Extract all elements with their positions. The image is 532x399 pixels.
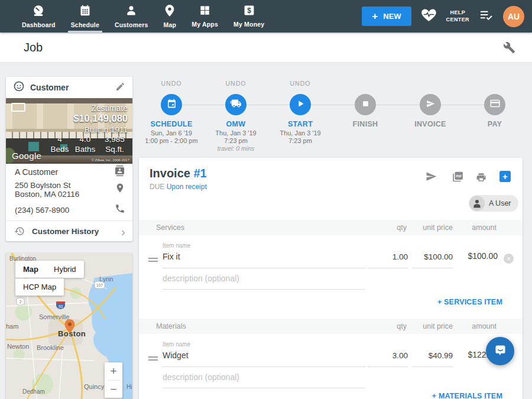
chat-launcher-button[interactable] (486, 337, 514, 365)
undo-link[interactable]: UNDO (267, 80, 333, 87)
service-qty-input[interactable]: 1.00 (372, 252, 408, 261)
nav-item-label: My Money (233, 21, 264, 28)
step-date: Thu, Jan 3 '19 (203, 129, 269, 137)
nav-item-customers[interactable]: Customers (107, 0, 156, 33)
material-qty-input[interactable]: 3.00 (372, 351, 408, 360)
send-invoice-icon[interactable] (424, 171, 438, 184)
service-description-input[interactable]: description (optional) (163, 274, 239, 283)
nav-item-label: Dashboard (22, 21, 56, 28)
step-time: 7:23 pm (203, 137, 269, 144)
step-label[interactable]: PAY (462, 120, 528, 128)
drag-handle-icon[interactable] (148, 353, 158, 364)
service-item-name-input[interactable]: Fix it (163, 252, 180, 261)
zestimate-value: $10,149,080 (73, 113, 128, 124)
credit-card-icon-circle[interactable] (484, 94, 505, 115)
finish-step-button[interactable] (355, 94, 376, 115)
contact-card-icon[interactable] (114, 166, 125, 179)
map-label-dedham: Dedham (22, 388, 45, 395)
undo-link[interactable]: UNDO (203, 80, 269, 87)
start-step-button[interactable] (290, 94, 311, 115)
material-description-input[interactable]: description (optional) (163, 372, 239, 382)
nav-items: Dashboard Schedule Customers Map My Apps… (0, 0, 272, 33)
job-settings-icon[interactable] (503, 41, 515, 56)
zoom-out-button[interactable]: − (105, 381, 122, 398)
undo-link[interactable]: UNDO (138, 80, 205, 87)
add-invoice-item-button[interactable]: + (499, 171, 511, 182)
map-label-brookline: Brookline (37, 344, 64, 351)
add-services-item-link[interactable]: + SERVICES ITEM (437, 298, 502, 306)
property-photo: Zestimate $10,149,080 Built in 1911 4 4.… (6, 98, 132, 164)
pdf-icon[interactable]: PDF (452, 171, 464, 185)
customer-card-title: Customer (30, 83, 110, 92)
materials-header: Materials (156, 322, 186, 330)
map-tab-hybrid[interactable]: Hybrid (46, 261, 84, 278)
map-tab-hcp[interactable]: HCP Map (15, 278, 64, 296)
map-label-lynn: Lynn (99, 275, 113, 283)
add-materials-item-link[interactable]: + MATERIALS ITEM (432, 392, 502, 399)
step-date: Thu, Jan 3 '19 (267, 129, 333, 137)
send-icon-circle[interactable] (420, 94, 441, 115)
step-time: 1:00 pm - 2:00 pm (138, 137, 205, 144)
zestimate-label: Zestimate (92, 103, 128, 113)
property-stats-labels: Beds Baths Sq.ft. (50, 145, 129, 154)
omw-step-button[interactable] (225, 94, 246, 115)
new-button-label: NEW (383, 12, 401, 21)
invoice-title-text: Invoice (150, 167, 190, 180)
step-label[interactable]: OMW (203, 120, 269, 128)
print-icon[interactable] (475, 172, 487, 185)
nav-item-my-money[interactable]: $ My Money (226, 0, 272, 33)
service-unit-price-input[interactable]: $100.00 (413, 252, 453, 261)
schedule-step-button[interactable] (161, 94, 182, 115)
customer-history-row[interactable]: Customer History › (6, 221, 132, 241)
user-avatar[interactable]: AU (503, 6, 524, 27)
nav-item-map[interactable]: Map (156, 0, 184, 33)
map-zoom-control: + − (105, 362, 122, 398)
plus-icon: + (372, 11, 378, 22)
checklist-icon[interactable] (479, 9, 493, 23)
workflow-step-pay: PAY (462, 77, 528, 155)
map-tab-map[interactable]: Map (15, 261, 46, 278)
sqft-value: 3,985 (100, 135, 129, 144)
customer-face-icon (13, 80, 25, 95)
zoom-in-button[interactable]: + (105, 362, 122, 380)
due-label: DUE (150, 183, 164, 191)
invoice-card: Invoice #1 DUE Upon receipt PDF + A User… (139, 158, 523, 399)
due-value-link[interactable]: Upon receipt (167, 183, 207, 191)
delete-service-item-button[interactable]: × (504, 254, 514, 264)
zillow-copyright: © Zillow, Inc. 2006-2017 (92, 158, 129, 162)
services-header: Services (156, 223, 184, 232)
beds-label: Beds (50, 145, 70, 154)
svg-text:$: $ (247, 7, 251, 15)
nav-item-dashboard[interactable]: Dashboard (14, 0, 63, 33)
assignee-pill[interactable]: A User (469, 195, 518, 212)
material-unit-price-input[interactable]: $40.99 (413, 351, 453, 360)
dollar-icon: $ (244, 5, 255, 18)
nav-item-schedule[interactable]: Schedule (63, 0, 107, 33)
person-icon (125, 5, 137, 19)
health-heart-icon[interactable] (421, 8, 436, 24)
edit-pencil-icon[interactable] (115, 82, 125, 94)
invoice-title: Invoice #1 (150, 167, 207, 180)
baths-value: 4.0 (72, 135, 98, 144)
nav-item-my-apps[interactable]: My Apps (184, 0, 226, 33)
drag-handle-icon[interactable] (148, 254, 158, 265)
step-label[interactable]: START (267, 120, 333, 128)
map-label-waltham: ham (6, 323, 18, 330)
step-label[interactable]: SCHEDULE (138, 120, 205, 128)
help-line1: HELP (446, 9, 469, 17)
step-label[interactable]: INVOICE (397, 120, 463, 128)
calendar-icon (167, 99, 177, 111)
location-pin-icon[interactable] (115, 183, 125, 196)
material-item-name-input[interactable]: Widget (163, 351, 189, 360)
address-line2: Boston, MA 02116 (15, 190, 79, 199)
phone-icon[interactable] (115, 203, 125, 216)
customer-address: 250 Boylston St Boston, MA 02116 (15, 181, 79, 199)
built-year: Built in 1911 (85, 125, 128, 134)
svg-text:PDF: PDF (456, 174, 462, 178)
map-label-quincy: Quincy (84, 383, 105, 390)
step-label[interactable]: FINISH (332, 120, 398, 128)
help-center-link[interactable]: HELP CENTER (446, 9, 469, 23)
new-button[interactable]: + NEW (362, 7, 411, 26)
nav-right: + NEW HELP CENTER AU (362, 0, 532, 33)
map-label-somerville: Somerville (39, 313, 69, 320)
